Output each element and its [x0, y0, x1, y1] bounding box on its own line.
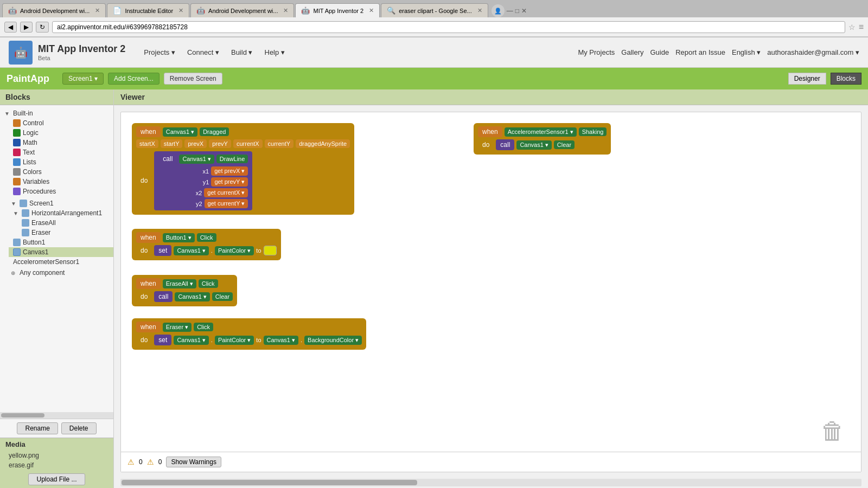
clear-accel-method[interactable]: Clear: [554, 140, 575, 149]
sidebar-item-variables[interactable]: Variables: [9, 177, 113, 187]
address-bar[interactable]: [52, 21, 845, 33]
eraser-event-comp[interactable]: Eraser ▾: [163, 323, 192, 332]
get-prevX[interactable]: get prevX ▾: [211, 166, 248, 176]
click-event-er[interactable]: Click: [194, 323, 213, 331]
remove-screen-btn[interactable]: Remove Screen: [164, 73, 222, 85]
menu-icon[interactable]: ≡: [859, 22, 864, 32]
canvas1-event-comp[interactable]: Canvas1 ▾: [163, 127, 197, 137]
tab-2[interactable]: 📄 Instructable Editor ✕: [107, 3, 189, 17]
trash-icon[interactable]: 🗑: [821, 418, 845, 445]
get-currentX[interactable]: get currentX ▾: [204, 188, 248, 197]
canvas1-er-comp[interactable]: Canvas1 ▾: [174, 336, 208, 345]
button1-event-comp[interactable]: Button1 ▾: [163, 233, 195, 242]
warning-bar: ⚠ 0 ⚠ 0 Show Warnings: [121, 452, 861, 472]
viewer-hscroll[interactable]: [120, 479, 861, 486]
minimize-btn[interactable]: —: [507, 7, 513, 15]
close-btn[interactable]: ✕: [521, 7, 527, 15]
canvas1-btn-comp[interactable]: Canvas1 ▾: [174, 246, 208, 255]
canvas1-item[interactable]: Canvas1: [9, 247, 113, 257]
upload-file-btn[interactable]: Upload File ...: [28, 473, 85, 485]
media-yellow-png[interactable]: yellow.png: [0, 451, 113, 460]
sidebar-item-lists[interactable]: Lists: [9, 157, 113, 167]
eraser-click-block: when Eraser ▾ Click do set Canvas1 ▾ . P…: [132, 318, 366, 350]
browser-chrome: 🤖 Android Development wi... ✕ 📄 Instruct…: [0, 0, 868, 37]
my-projects-link[interactable]: My Projects: [578, 48, 615, 56]
to-keyword-er: to: [256, 337, 261, 343]
designer-btn[interactable]: Designer: [788, 73, 826, 85]
canvas1-er-bg-comp[interactable]: Canvas1 ▾: [264, 336, 298, 345]
tab-2-close[interactable]: ✕: [178, 7, 183, 14]
blocks-btn[interactable]: Blocks: [831, 73, 861, 85]
tab-3[interactable]: 🤖 Android Development wi... ✕: [190, 3, 294, 17]
click-event-ea[interactable]: Click: [199, 279, 218, 288]
sidebar-hscroll[interactable]: [0, 412, 113, 419]
logic-icon: [13, 129, 21, 137]
tab-1-close[interactable]: ✕: [95, 7, 100, 14]
forward-button[interactable]: ▶: [20, 22, 33, 33]
canvas1-call-comp[interactable]: Canvas1 ▾: [179, 155, 214, 164]
show-warnings-btn[interactable]: Show Warnings: [166, 457, 221, 467]
accel-sensor-item[interactable]: AccelerometerSensor1: [9, 257, 113, 267]
x2-label: x2: [191, 190, 202, 196]
bookmark-star[interactable]: ☆: [848, 23, 856, 31]
gallery-link[interactable]: Gallery: [621, 48, 643, 56]
tab-4-close[interactable]: ✕: [369, 7, 374, 14]
viewer-content[interactable]: when Canvas1 ▾ Dragged startX startY pre…: [120, 112, 861, 472]
report-issue-link[interactable]: Report an Issue: [675, 48, 725, 56]
screen1-btn[interactable]: Screen1 ▾: [62, 73, 104, 85]
bgcolor-prop-er[interactable]: BackgroundColor ▾: [304, 336, 362, 345]
horz-arrange-toggle[interactable]: ▼ HorizontalArrangement1: [9, 208, 113, 218]
sidebar-item-text[interactable]: Text: [9, 147, 113, 157]
back-button[interactable]: ◀: [4, 22, 17, 33]
click-event-btn[interactable]: Click: [197, 233, 216, 242]
paintcolor-prop-btn[interactable]: PaintColor ▾: [215, 246, 254, 255]
maximize-btn[interactable]: □: [515, 7, 519, 15]
yellow-color-block[interactable]: [264, 246, 277, 255]
add-screen-btn[interactable]: Add Screen...: [108, 73, 159, 85]
user-avatar[interactable]: 👤: [492, 4, 505, 17]
rename-btn[interactable]: Rename: [17, 422, 58, 434]
dragged-event-prop[interactable]: Dragged: [200, 127, 229, 136]
media-erase-gif[interactable]: erase.gif: [0, 460, 113, 470]
accel-event-comp[interactable]: AccelerometerSensor1 ▾: [505, 127, 577, 137]
canvas1-ea-comp[interactable]: Canvas1 ▾: [175, 292, 209, 301]
any-component-item[interactable]: ⊕ Any component: [0, 268, 113, 278]
sidebar-item-logic[interactable]: Logic: [9, 128, 113, 138]
tab-5-close[interactable]: ✕: [477, 7, 482, 14]
tab-1[interactable]: 🤖 Android Development wi... ✕: [2, 3, 106, 17]
horz-arrange-chevron: ▼: [13, 210, 20, 216]
eraseall-event-comp[interactable]: EraseAll ▾: [163, 279, 196, 288]
to-keyword-btn: to: [256, 247, 261, 254]
shaking-event-prop[interactable]: Shaking: [579, 127, 607, 136]
button1-item[interactable]: Button1: [9, 237, 113, 247]
clear-ea-method[interactable]: Clear: [212, 292, 233, 301]
nav-projects[interactable]: Projects ▾: [138, 46, 181, 59]
tab-3-close[interactable]: ✕: [283, 7, 288, 14]
eraser-item[interactable]: Eraser: [17, 228, 113, 237]
tab-5[interactable]: 🔍 eraser clipart - Google Se... ✕: [381, 3, 488, 17]
nav-help[interactable]: Help ▾: [259, 46, 290, 59]
delete-btn[interactable]: Delete: [61, 422, 97, 434]
builtin-toggle[interactable]: ▼ Built-in: [0, 108, 113, 118]
project-bar: PaintApp Screen1 ▾ Add Screen... Remove …: [0, 68, 868, 89]
tab-4[interactable]: 🤖 MIT App Inventor 2 ✕: [295, 3, 380, 17]
screen1-toggle[interactable]: ▼ Screen1: [0, 198, 113, 208]
sidebar-item-colors[interactable]: Colors: [9, 167, 113, 177]
get-prevY[interactable]: get prevY ▾: [211, 177, 248, 187]
sidebar-item-math[interactable]: Math: [9, 138, 113, 147]
get-currentY[interactable]: get currentY ▾: [205, 199, 248, 208]
user-email[interactable]: authorashaider@gmail.com ▾: [767, 48, 859, 56]
tab-bar: 🤖 Android Development wi... ✕ 📄 Instruct…: [0, 0, 868, 17]
nav-connect[interactable]: Connect ▾: [182, 46, 225, 59]
canvas1-accel-comp[interactable]: Canvas1 ▾: [516, 140, 551, 150]
erase-all-item[interactable]: EraseAll: [17, 218, 113, 228]
language-selector[interactable]: English ▾: [732, 48, 761, 56]
paintcolor-prop-er[interactable]: PaintColor ▾: [215, 336, 254, 345]
sidebar-item-control[interactable]: Control: [9, 118, 113, 128]
guide-link[interactable]: Guide: [650, 48, 669, 56]
drawline-method[interactable]: DrawLine: [216, 155, 248, 163]
nav-build[interactable]: Build ▾: [226, 46, 258, 59]
refresh-button[interactable]: ↻: [36, 22, 49, 33]
sidebar-item-procedures[interactable]: Procedures: [9, 187, 113, 196]
tab-5-label: eraser clipart - Google Se...: [399, 8, 472, 14]
